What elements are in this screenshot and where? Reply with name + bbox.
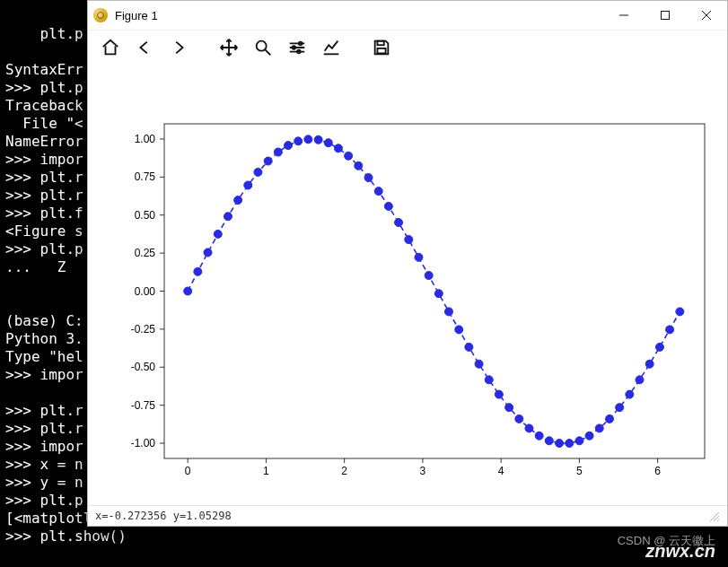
- svg-text:0.25: 0.25: [135, 247, 156, 259]
- svg-point-61: [364, 174, 373, 182]
- figure-statusbar: x=-0.272356 y=1.05298: [88, 505, 727, 526]
- svg-point-76: [515, 414, 523, 423]
- svg-point-53: [285, 142, 293, 150]
- svg-text:2: 2: [341, 465, 347, 477]
- svg-text:5: 5: [576, 465, 583, 477]
- svg-text:-0.25: -0.25: [131, 323, 156, 336]
- svg-point-89: [645, 360, 653, 368]
- svg-point-59: [345, 152, 353, 160]
- svg-point-79: [545, 437, 553, 445]
- svg-point-57: [324, 139, 332, 147]
- minimize-button[interactable]: [603, 1, 645, 30]
- svg-text:0.75: 0.75: [135, 170, 156, 183]
- svg-point-51: [264, 157, 272, 165]
- svg-text:0.00: 0.00: [135, 285, 156, 298]
- svg-rect-1: [662, 12, 670, 20]
- svg-text:0.50: 0.50: [135, 209, 156, 222]
- svg-point-69: [444, 308, 452, 316]
- svg-point-60: [355, 161, 363, 170]
- svg-point-4: [257, 41, 267, 51]
- svg-point-80: [556, 440, 564, 448]
- matplotlib-icon: [93, 8, 108, 22]
- svg-point-68: [434, 290, 443, 298]
- svg-point-49: [244, 181, 252, 189]
- svg-point-58: [334, 144, 342, 153]
- svg-point-46: [214, 230, 222, 238]
- svg-text:4: 4: [498, 465, 504, 477]
- save-icon[interactable]: [364, 33, 399, 62]
- svg-point-48: [234, 196, 242, 205]
- svg-point-67: [425, 272, 433, 280]
- svg-text:0: 0: [185, 465, 191, 477]
- svg-point-56: [314, 135, 322, 144]
- figure-window: Figure 1: [87, 0, 728, 527]
- svg-point-87: [626, 390, 634, 398]
- svg-point-92: [676, 308, 684, 316]
- svg-point-50: [254, 168, 262, 176]
- svg-point-82: [575, 437, 583, 445]
- svg-point-72: [475, 360, 483, 368]
- svg-point-47: [224, 213, 232, 221]
- svg-point-70: [455, 326, 463, 334]
- forward-icon[interactable]: [162, 33, 196, 62]
- svg-point-83: [585, 432, 593, 440]
- svg-point-84: [595, 424, 603, 432]
- svg-text:-1.00: -1.00: [131, 437, 156, 449]
- svg-point-54: [294, 137, 303, 145]
- svg-point-71: [465, 343, 473, 351]
- resize-grip-icon[interactable]: [707, 510, 720, 522]
- figure-titlebar: Figure 1: [88, 1, 727, 31]
- svg-text:-0.50: -0.50: [131, 361, 156, 373]
- figure-title: Figure 1: [115, 9, 158, 22]
- svg-point-73: [485, 376, 493, 384]
- close-button[interactable]: [686, 1, 727, 30]
- svg-rect-9: [377, 48, 385, 53]
- svg-point-43: [184, 287, 192, 295]
- zoom-icon[interactable]: [246, 33, 280, 62]
- pan-icon[interactable]: [212, 33, 246, 62]
- svg-point-44: [194, 267, 202, 275]
- svg-point-75: [505, 404, 513, 412]
- svg-text:1.00: 1.00: [135, 133, 156, 145]
- configure-subplots-icon[interactable]: [280, 33, 314, 62]
- svg-point-63: [384, 202, 392, 210]
- svg-rect-8: [377, 41, 383, 46]
- svg-text:-0.75: -0.75: [131, 399, 156, 412]
- plot-area[interactable]: 0123456-1.00-0.75-0.50-0.250.000.250.500…: [88, 65, 727, 506]
- svg-text:3: 3: [420, 465, 426, 477]
- home-icon[interactable]: [93, 33, 127, 62]
- edit-axis-icon[interactable]: [314, 33, 348, 62]
- svg-line-95: [717, 519, 719, 521]
- svg-point-88: [636, 376, 644, 384]
- svg-point-81: [566, 440, 574, 448]
- back-icon[interactable]: [127, 33, 162, 62]
- svg-point-64: [395, 219, 403, 227]
- svg-point-62: [374, 188, 382, 196]
- svg-point-66: [415, 253, 423, 261]
- svg-point-90: [655, 343, 663, 351]
- svg-point-77: [525, 424, 533, 432]
- svg-point-91: [666, 326, 674, 334]
- cursor-coords: x=-0.272356 y=1.05298: [95, 510, 232, 522]
- svg-point-74: [495, 390, 503, 398]
- svg-point-45: [204, 249, 212, 257]
- svg-point-85: [605, 414, 613, 423]
- svg-point-52: [274, 148, 282, 156]
- svg-point-78: [535, 432, 543, 440]
- figure-toolbar: [88, 31, 727, 67]
- svg-point-86: [616, 404, 624, 412]
- svg-text:6: 6: [654, 465, 661, 477]
- svg-text:1: 1: [263, 465, 269, 477]
- svg-point-55: [304, 135, 312, 144]
- maximize-button[interactable]: [645, 1, 686, 30]
- svg-point-65: [405, 236, 413, 244]
